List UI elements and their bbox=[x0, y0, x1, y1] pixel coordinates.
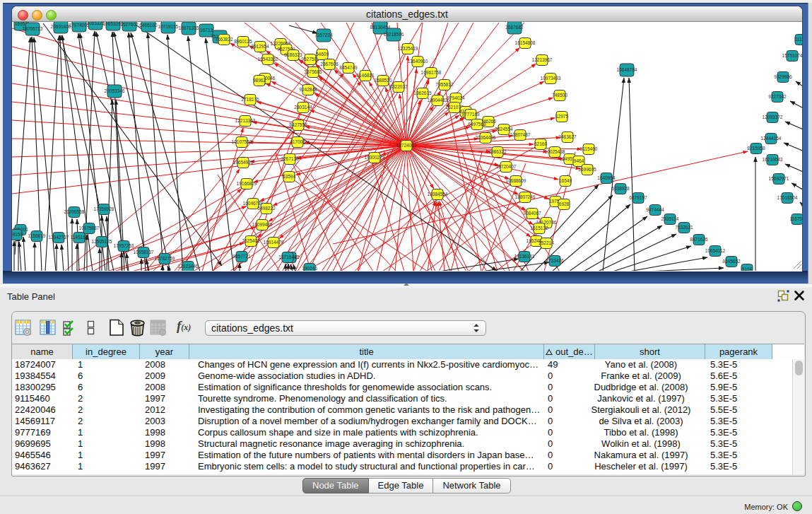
svg-text:14136141: 14136141 bbox=[514, 254, 535, 259]
svg-text:12325419: 12325419 bbox=[398, 46, 418, 51]
svg-text:8322037: 8322037 bbox=[389, 84, 408, 89]
svg-text:9463627: 9463627 bbox=[558, 134, 577, 139]
svg-text:7625402: 7625402 bbox=[242, 238, 260, 243]
svg-text:18055713: 18055713 bbox=[23, 26, 43, 31]
svg-text:12444154: 12444154 bbox=[761, 136, 782, 141]
svg-text:1527602: 1527602 bbox=[120, 22, 139, 27]
svg-text:39159: 39159 bbox=[12, 232, 23, 237]
svg-text:10958137: 10958137 bbox=[134, 250, 154, 255]
svg-text:748500: 748500 bbox=[552, 93, 567, 98]
svg-text:2803144: 2803144 bbox=[294, 105, 312, 110]
svg-text:10654112: 10654112 bbox=[705, 248, 726, 253]
svg-text:8215958: 8215958 bbox=[747, 146, 765, 151]
svg-text:9115460: 9115460 bbox=[580, 146, 598, 151]
svg-text:1588520: 1588520 bbox=[374, 78, 392, 83]
svg-text:8912954: 8912954 bbox=[251, 44, 269, 49]
svg-text:1640954: 1640954 bbox=[597, 175, 616, 180]
svg-text:1156819: 1156819 bbox=[28, 233, 46, 238]
svg-text:10025438: 10025438 bbox=[545, 149, 565, 154]
svg-text:10807487: 10807487 bbox=[510, 132, 531, 137]
svg-text:6928: 6928 bbox=[559, 201, 570, 206]
svg-text:12093372: 12093372 bbox=[763, 115, 783, 119]
svg-text:6497568: 6497568 bbox=[468, 122, 486, 127]
svg-text:6879197: 6879197 bbox=[629, 195, 647, 200]
svg-text:15692971: 15692971 bbox=[769, 176, 789, 181]
svg-text:8427552: 8427552 bbox=[289, 122, 307, 127]
svg-text:1362615: 1362615 bbox=[413, 90, 432, 95]
svg-text:16543362: 16543362 bbox=[258, 57, 278, 62]
svg-text:15720407: 15720407 bbox=[496, 164, 517, 169]
svg-text:9464: 9464 bbox=[574, 158, 584, 163]
svg-text:190246: 190246 bbox=[302, 266, 317, 271]
svg-text:3624554: 3624554 bbox=[495, 127, 513, 132]
svg-text:1145194: 1145194 bbox=[71, 235, 88, 240]
svg-text:12923446: 12923446 bbox=[178, 264, 199, 269]
svg-text:10973493: 10973493 bbox=[541, 76, 561, 81]
svg-text:16961758: 16961758 bbox=[421, 70, 442, 75]
svg-text:417006: 417006 bbox=[290, 139, 305, 144]
svg-text:12213363: 12213363 bbox=[235, 118, 256, 123]
svg-text:12213967: 12213967 bbox=[532, 57, 553, 62]
svg-text:3675685: 3675685 bbox=[304, 69, 322, 74]
svg-text:18099489: 18099489 bbox=[252, 222, 273, 227]
svg-text:9084067: 9084067 bbox=[523, 211, 541, 216]
svg-text:8960125: 8960125 bbox=[234, 39, 252, 44]
svg-text:18724007: 18724007 bbox=[396, 143, 417, 148]
svg-text:16154808: 16154808 bbox=[515, 40, 536, 45]
svg-text:19166829: 19166829 bbox=[237, 181, 257, 186]
svg-text:12942737: 12942737 bbox=[49, 235, 69, 240]
svg-text:7663822: 7663822 bbox=[215, 37, 233, 42]
svg-text:9227342: 9227342 bbox=[768, 94, 787, 99]
svg-text:9245652: 9245652 bbox=[722, 259, 741, 264]
svg-text:8471626: 8471626 bbox=[690, 237, 708, 242]
svg-text:16549: 16549 bbox=[559, 178, 572, 183]
svg-text:1615132: 1615132 bbox=[530, 226, 548, 230]
svg-text:19654925: 19654925 bbox=[233, 160, 254, 165]
svg-text:10107553: 10107553 bbox=[232, 139, 252, 144]
svg-text:16648784: 16648784 bbox=[617, 67, 637, 72]
svg-text:17016504: 17016504 bbox=[777, 195, 798, 200]
svg-text:16914479: 16914479 bbox=[264, 240, 284, 245]
svg-text:5498222: 5498222 bbox=[257, 206, 276, 211]
svg-text:1065326: 1065326 bbox=[86, 22, 105, 25]
svg-text:7357224: 7357224 bbox=[314, 33, 333, 37]
svg-text:1571644: 1571644 bbox=[278, 255, 297, 259]
svg-text:20364436: 20364436 bbox=[476, 135, 496, 140]
svg-text:53594: 53594 bbox=[283, 174, 295, 179]
svg-text:7955812: 7955812 bbox=[435, 82, 454, 87]
svg-text:10688609: 10688609 bbox=[506, 178, 526, 183]
svg-text:19218596: 19218596 bbox=[384, 32, 404, 37]
svg-text:8186323: 8186323 bbox=[284, 52, 302, 57]
svg-text:9194: 9194 bbox=[742, 267, 753, 271]
svg-text:16210643: 16210643 bbox=[763, 157, 783, 162]
svg-text:2718176: 2718176 bbox=[241, 97, 259, 102]
svg-text:20206558: 20206558 bbox=[64, 209, 85, 214]
svg-text:12975: 12975 bbox=[555, 114, 568, 119]
svg-text:17359928: 17359928 bbox=[94, 206, 114, 211]
svg-text:54609: 54609 bbox=[316, 52, 329, 57]
svg-text:16671355: 16671355 bbox=[179, 25, 199, 30]
svg-text:20691406: 20691406 bbox=[51, 24, 71, 29]
svg-text:7632621: 7632621 bbox=[675, 225, 693, 230]
svg-text:2687682: 2687682 bbox=[505, 25, 524, 30]
svg-text:9794024: 9794024 bbox=[447, 95, 465, 100]
svg-text:10975887: 10975887 bbox=[79, 226, 100, 230]
svg-text:19904483: 19904483 bbox=[428, 98, 448, 103]
svg-text:16782759: 16782759 bbox=[155, 256, 175, 261]
svg-text:98962: 98962 bbox=[253, 78, 266, 83]
svg-text:116753: 116753 bbox=[789, 216, 802, 221]
svg-text:17957253: 17957253 bbox=[114, 243, 134, 248]
svg-text:16046788: 16046788 bbox=[243, 201, 264, 206]
svg-text:252214: 252214 bbox=[539, 240, 554, 245]
svg-text:16713: 16713 bbox=[200, 28, 213, 33]
svg-text:2867608: 2867608 bbox=[320, 62, 339, 66]
svg-text:1733426: 1733426 bbox=[546, 258, 564, 263]
svg-text:9329966: 9329966 bbox=[774, 74, 792, 79]
svg-text:2935114: 2935114 bbox=[661, 216, 679, 221]
svg-text:5938928: 5938928 bbox=[611, 186, 630, 191]
svg-text:9242848: 9242848 bbox=[299, 87, 317, 92]
svg-text:19384554: 19384554 bbox=[428, 192, 448, 197]
svg-text:9146821: 9146821 bbox=[356, 73, 375, 78]
svg-text:13640910: 13640910 bbox=[408, 59, 428, 64]
svg-text:10719155: 10719155 bbox=[158, 24, 179, 29]
